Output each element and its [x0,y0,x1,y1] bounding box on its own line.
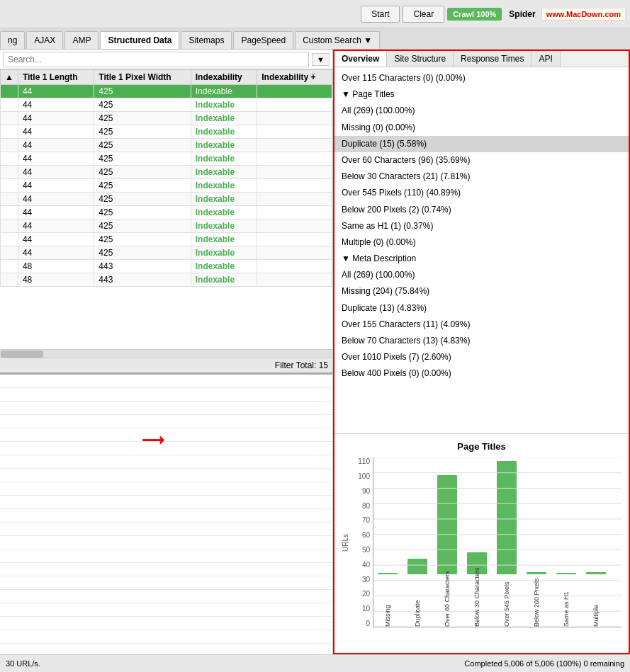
chart-title: Page Titles [342,441,621,452]
right-tab-site-structure[interactable]: Site Structure [387,51,454,67]
table-row[interactable]: 44425Indexable [1,246,332,260]
bar [586,572,606,574]
table-row[interactable]: 44425Indexable [1,152,332,166]
cell-indexability: Indexable [191,85,257,98]
col-indexability-plus[interactable]: Indexability + [257,70,332,85]
table-row[interactable]: 44425Indexable [1,193,332,206]
table-row[interactable]: 44425Indexable [1,166,332,179]
tab-ajax[interactable]: AJAX [26,31,63,49]
right-tab-overview[interactable]: Overview [334,51,387,67]
filter-item[interactable]: Over 60 Characters (96) (35.69%) [334,152,629,169]
cell-indexability-plus [257,98,332,112]
bar-label: Over 545 Pixels [503,577,510,627]
col-indexability[interactable]: Indexability [191,70,257,85]
status-left: 30 URL/s. [6,659,40,668]
cell-indexability-plus [257,125,332,139]
cell-indexability-plus [257,179,332,193]
filter-item[interactable]: Same as H1 (1) (0.37%) [334,218,629,234]
cell-title1-length: 44 [18,85,94,98]
table-row[interactable]: 44425Indexable [1,125,332,139]
cell-title1-pixel-width: 425 [94,206,191,220]
right-tab-response-times[interactable]: Response Times [454,51,531,67]
tab-amp[interactable]: AMP [64,31,99,49]
start-button[interactable]: Start [361,6,400,23]
y-tick: 70 [362,516,370,524]
speed-label: Spider [509,9,535,19]
cell-title1-length: 44 [18,98,94,112]
bar [407,559,427,574]
table-row[interactable]: 48443Indexable [1,260,332,273]
tab-ng[interactable]: ng [0,31,25,49]
cell-indexability-plus [257,246,332,260]
bar-label: Duplicate [414,577,421,627]
scrollbar-thumb[interactable] [1,351,43,358]
cell-indexability: Indexable [191,139,257,152]
filter-item[interactable]: Over 155 Characters (11) (4.09%) [334,317,629,333]
table-row[interactable]: 44425Indexable [1,206,332,220]
filter-item[interactable]: All (269) (100.00%) [334,103,629,119]
filter-item[interactable]: Duplicate (15) (5.58%) [334,136,629,152]
cell-indexability-plus [257,206,332,220]
horizontal-scrollbar[interactable] [0,349,332,358]
cell-indexability: Indexable [191,260,257,273]
table-row[interactable]: 44425Indexable [1,139,332,152]
tab-structured-data[interactable]: Structured Data [100,31,179,49]
tab-custom-search[interactable]: Custom Search ▼ [295,31,380,49]
cell-indexability-plus [257,193,332,206]
bar-label: Multiple [592,577,600,627]
bar-group: Missing [378,573,398,627]
y-tick: 20 [362,590,370,598]
cell-title1-length: 44 [18,112,94,125]
filter-item[interactable]: Below 30 Characters (21) (7.81%) [334,169,629,185]
y-tick: 0 [366,620,370,627]
table-row[interactable]: 44425Indexable [1,98,332,112]
row-num [1,125,18,139]
cell-indexability-plus [257,273,332,287]
cell-title1-length: 44 [18,206,94,220]
row-num [1,166,18,179]
filter-item[interactable]: Duplicate (13) (4.83%) [334,300,629,317]
bar-label: Over 60 Characters [444,577,451,627]
left-panel: ▼ ▲ Title 1 Length Title 1 Pixel Width I… [0,50,333,654]
row-num [1,139,18,152]
cell-title1-pixel-width: 425 [94,152,191,166]
table-row[interactable]: 44425Indexable [1,85,332,98]
cell-title1-length: 44 [18,179,94,193]
y-tick: 80 [362,502,370,510]
watermark: www.MacDown.com [541,8,626,21]
filter-item[interactable]: Below 400 Pixels (0) (0.00%) [334,365,629,382]
filter-item[interactable]: Over 545 Pixels (110) (40.89%) [334,185,629,201]
right-tab-api[interactable]: API [531,51,560,67]
y-axis-label: URLs [342,457,351,627]
tab-pagespeed[interactable]: PageSpeed [233,31,293,49]
table-row[interactable]: 44425Indexable [1,112,332,125]
y-tick: 110 [358,457,370,465]
filter-item[interactable]: Below 200 Pixels (2) (0.74%) [334,202,629,218]
filter-item[interactable]: Missing (0) (0.00%) [334,120,629,136]
search-dropdown-button[interactable]: ▼ [312,53,330,66]
filter-item[interactable]: Over 115 Characters (0) (0.00%) [334,70,629,86]
filter-item[interactable]: All (269) (100.00%) [334,267,629,283]
filter-item[interactable]: Over 1010 Pixels (7) (2.60%) [334,349,629,365]
filter-item[interactable]: Multiple (0) (0.00%) [334,234,629,251]
search-input[interactable] [3,52,309,67]
bottom-lines [0,375,332,654]
tab-sitemaps[interactable]: Sitemaps [181,31,232,49]
main-content: ▼ ▲ Title 1 Length Title 1 Pixel Width I… [0,50,630,654]
clear-button[interactable]: Clear [403,6,444,23]
table-row[interactable]: 44425Indexable [1,220,332,233]
col-sort-indicator[interactable]: ▲ [1,70,18,85]
cell-indexability: Indexable [191,273,257,287]
cell-title1-pixel-width: 425 [94,246,191,260]
filter-item[interactable]: Missing (204) (75.84%) [334,283,629,300]
data-table: ▲ Title 1 Length Title 1 Pixel Width Ind… [0,69,332,287]
col-title1-length[interactable]: Title 1 Length [18,70,94,85]
cell-title1-length: 48 [18,273,94,287]
col-title1-pixel-width[interactable]: Title 1 Pixel Width [94,70,191,85]
row-num [1,260,18,273]
filter-section-header: ▼ Page Titles [334,86,629,103]
table-row[interactable]: 44425Indexable [1,179,332,193]
table-row[interactable]: 44425Indexable [1,233,332,246]
table-row[interactable]: 48443Indexable [1,273,332,287]
filter-item[interactable]: Below 70 Characters (13) (4.83%) [334,333,629,349]
